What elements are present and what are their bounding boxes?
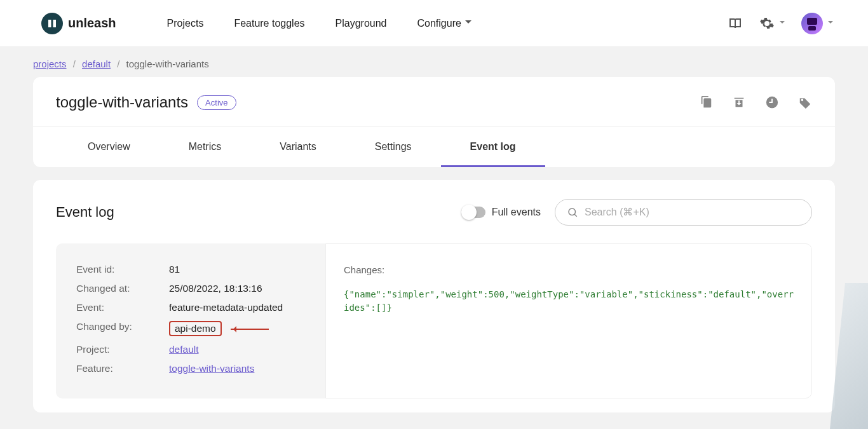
- breadcrumb-current: toggle-with-variants: [126, 58, 209, 69]
- tab-overview[interactable]: Overview: [58, 127, 159, 167]
- event-changed-by-value: api-demo: [169, 321, 269, 336]
- svg-point-2: [569, 208, 576, 215]
- breadcrumb-sep: /: [73, 58, 76, 69]
- event-changed-at-label: Changed at:: [76, 283, 169, 294]
- nav-playground[interactable]: Playground: [336, 18, 387, 29]
- settings-menu[interactable]: [759, 16, 785, 31]
- nav-links: Projects Feature toggles Playground Conf…: [167, 18, 471, 29]
- changes-label: Changes:: [344, 264, 794, 275]
- clock-icon[interactable]: [765, 95, 779, 109]
- full-events-toggle[interactable]: Full events: [461, 207, 541, 218]
- event-changes: Changes: {"name":"simpler","weight":500,…: [325, 243, 812, 398]
- event-changed-at-value: 25/08/2022, 18:13:16: [169, 283, 262, 294]
- tab-event-log[interactable]: Event log: [441, 127, 545, 167]
- event-log-title: Event log: [56, 204, 114, 221]
- annotation-arrow: [231, 329, 269, 330]
- logo-text: unleash: [68, 16, 116, 31]
- breadcrumb-project[interactable]: default: [82, 58, 111, 69]
- changed-by-highlight: api-demo: [169, 321, 222, 336]
- nav-configure[interactable]: Configure: [417, 18, 471, 29]
- event-log-header: Event log Full events: [56, 199, 812, 226]
- event-item: Event id: 81 Changed at: 25/08/2022, 18:…: [56, 243, 812, 398]
- feature-header-card: toggle-with-variants Active Overview Met…: [33, 77, 835, 167]
- breadcrumb-projects[interactable]: projects: [33, 58, 67, 69]
- event-log-section: Event log Full events Event id: 81 Chang…: [33, 180, 835, 412]
- tab-settings[interactable]: Settings: [346, 127, 441, 167]
- event-feature-label: Feature:: [76, 363, 169, 374]
- copy-icon[interactable]: [699, 95, 713, 109]
- svg-rect-0: [48, 20, 51, 27]
- top-nav: unleash Projects Feature toggles Playgro…: [0, 0, 868, 47]
- event-project-label: Project:: [76, 344, 169, 355]
- docs-icon[interactable]: [728, 16, 743, 31]
- feature-title: toggle-with-variants: [56, 93, 188, 111]
- search-icon: [567, 207, 578, 218]
- breadcrumb: projects / default / toggle-with-variant…: [0, 47, 868, 77]
- feature-header: toggle-with-variants Active: [33, 77, 835, 127]
- toggle-switch[interactable]: [461, 207, 485, 218]
- top-nav-right: [728, 13, 833, 34]
- nav-feature-toggles[interactable]: Feature toggles: [234, 18, 304, 29]
- gear-icon: [759, 16, 775, 31]
- feature-tabs: Overview Metrics Variants Settings Event…: [33, 127, 835, 167]
- status-badge: Active: [197, 95, 236, 110]
- event-type-label: Event:: [76, 302, 169, 313]
- svg-rect-1: [53, 20, 57, 27]
- tab-metrics[interactable]: Metrics: [159, 127, 251, 167]
- search-input[interactable]: [585, 207, 800, 218]
- changes-json: {"name":"simpler","weight":500,"weightTy…: [344, 288, 794, 315]
- user-menu[interactable]: [801, 13, 833, 34]
- logo-icon: [41, 13, 63, 34]
- event-changed-by-label: Changed by:: [76, 321, 169, 336]
- breadcrumb-sep: /: [117, 58, 119, 69]
- feature-header-icons: [699, 95, 812, 109]
- event-meta: Event id: 81 Changed at: 25/08/2022, 18:…: [56, 243, 325, 398]
- event-id-value: 81: [169, 264, 180, 275]
- background-decoration: [830, 283, 868, 429]
- tag-icon[interactable]: [798, 95, 812, 109]
- event-id-label: Event id:: [76, 264, 169, 275]
- event-type-value: feature-metadata-updated: [169, 302, 283, 313]
- event-feature-link[interactable]: toggle-with-variants: [169, 363, 254, 374]
- archive-icon[interactable]: [732, 95, 746, 109]
- event-project-link[interactable]: default: [169, 344, 199, 355]
- tab-variants[interactable]: Variants: [250, 127, 346, 167]
- full-events-label: Full events: [492, 207, 541, 218]
- search-box[interactable]: [555, 199, 812, 226]
- avatar: [801, 13, 823, 34]
- logo[interactable]: unleash: [41, 13, 116, 34]
- nav-projects[interactable]: Projects: [167, 18, 204, 29]
